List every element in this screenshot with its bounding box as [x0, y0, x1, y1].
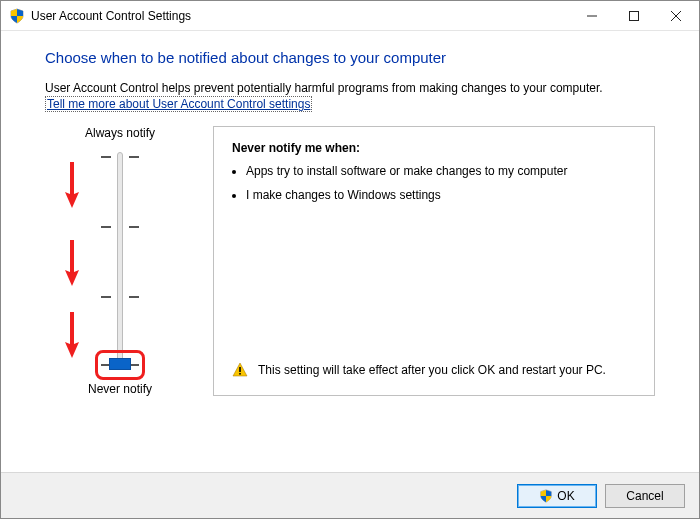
- titlebar: User Account Control Settings: [1, 1, 699, 31]
- annotation-arrow-icon: [63, 310, 81, 360]
- shield-icon: [539, 489, 553, 503]
- notification-slider[interactable]: [45, 146, 195, 376]
- warning-icon: [232, 362, 248, 381]
- annotation-arrow-icon: [63, 238, 81, 288]
- list-item: Apps try to install software or make cha…: [246, 163, 636, 180]
- description-title: Never notify me when:: [232, 141, 636, 155]
- ok-label: OK: [557, 489, 574, 503]
- minimize-button[interactable]: [571, 2, 613, 30]
- slider-column: Always notify: [45, 126, 195, 396]
- cancel-label: Cancel: [626, 489, 663, 503]
- note-text: This setting will take effect after you …: [258, 362, 606, 379]
- slider-track: [117, 152, 123, 370]
- svg-rect-1: [630, 11, 639, 20]
- ok-button[interactable]: OK: [517, 484, 597, 508]
- learn-more-link[interactable]: Tell me more about User Account Control …: [45, 96, 312, 112]
- annotation-arrow-icon: [63, 160, 81, 210]
- slider-top-label: Always notify: [45, 126, 195, 140]
- page-subtext: User Account Control helps prevent poten…: [45, 80, 655, 112]
- cancel-button[interactable]: Cancel: [605, 484, 685, 508]
- svg-rect-5: [239, 373, 241, 375]
- page-heading: Choose when to be notified about changes…: [45, 49, 655, 66]
- close-button[interactable]: [655, 2, 697, 30]
- shield-icon: [9, 8, 25, 24]
- svg-rect-4: [239, 367, 241, 372]
- note-row: This setting will take effect after you …: [232, 348, 636, 381]
- subtext-line: User Account Control helps prevent poten…: [45, 81, 603, 95]
- footer: OK Cancel: [1, 472, 699, 518]
- slider-thumb[interactable]: [109, 358, 131, 370]
- description-panel: Never notify me when: Apps try to instal…: [213, 126, 655, 396]
- window-title: User Account Control Settings: [31, 9, 571, 23]
- main-row: Always notify: [45, 126, 655, 396]
- uac-settings-window: User Account Control Settings Choose whe…: [0, 0, 700, 519]
- description-list: Apps try to install software or make cha…: [246, 163, 636, 210]
- list-item: I make changes to Windows settings: [246, 187, 636, 204]
- maximize-button[interactable]: [613, 2, 655, 30]
- content-area: Choose when to be notified about changes…: [1, 31, 699, 472]
- slider-bottom-label: Never notify: [45, 382, 195, 396]
